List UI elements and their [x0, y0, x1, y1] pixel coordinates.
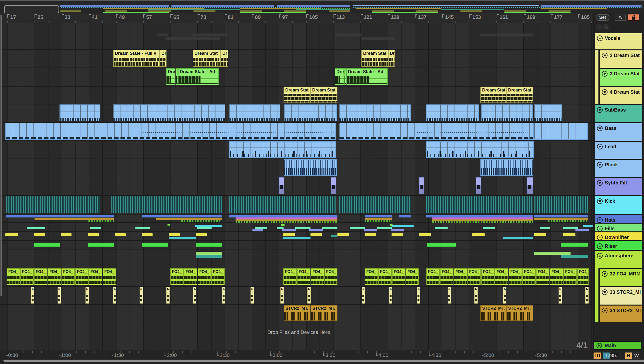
clip-vocals[interactable]: [480, 34, 533, 36]
clip-subbass[interactable]: [339, 104, 411, 121]
clip-fo4[interactable]: FO4_: [454, 268, 467, 285]
clip-fills[interactable]: [295, 227, 310, 229]
clip-fills[interactable]: [167, 224, 170, 226]
clip-fo4[interactable]: FO4_: [7, 268, 20, 285]
track-header-vocals[interactable]: ≡Vocals: [594, 33, 642, 50]
clip-2ds[interactable]: Dream State - Full V: [113, 50, 160, 67]
clip-riser[interactable]: [427, 243, 456, 246]
clip-fills[interactable]: [282, 229, 296, 232]
clip-smh[interactable]: S: [140, 287, 143, 304]
clip-fo4[interactable]: FO4_: [311, 268, 324, 285]
clip-fills[interactable]: [195, 225, 222, 227]
track-header-kick[interactable]: Kick: [594, 196, 642, 214]
clip-sfill[interactable]: [331, 177, 336, 194]
clip-down[interactable]: [88, 233, 99, 236]
height-zoom-button[interactable]: H: [625, 352, 632, 359]
clip-vocals[interactable]: [335, 34, 362, 36]
group-icon[interactable]: ≡: [597, 244, 603, 249]
clip-smh[interactable]: S: [558, 287, 562, 304]
track-header-2ds[interactable]: 2 Dream Stat: [599, 50, 642, 68]
clip-smh[interactable]: S: [58, 287, 61, 304]
clip-vocals[interactable]: [362, 37, 395, 40]
clip-hats[interactable]: [534, 218, 588, 220]
fold-arrow-icon[interactable]: [597, 144, 603, 150]
clip-smh[interactable]: S: [474, 287, 478, 304]
clip-smh[interactable]: S: [503, 287, 506, 304]
clip-hats[interactable]: [236, 221, 338, 222]
fold-arrow-icon[interactable]: [597, 126, 603, 131]
clip-smh[interactable]: S: [86, 287, 89, 304]
clip-bass[interactable]: [339, 123, 534, 140]
clip-vocals[interactable]: [166, 37, 220, 40]
clip-fo4[interactable]: FO4_: [378, 268, 392, 285]
clip-smh[interactable]: S: [417, 287, 420, 304]
track-header-sfill[interactable]: Syhth Fill: [594, 177, 642, 196]
clip-4ds[interactable]: Dream Stat: [283, 86, 310, 103]
clip-smh[interactable]: S: [222, 287, 225, 304]
horizontal-scrollbar[interactable]: [4, 360, 644, 362]
clip-fills[interactable]: [309, 229, 323, 232]
clip-fo4[interactable]: FO4_: [440, 268, 454, 285]
clip-2ds[interactable]: Dream Stat: [193, 50, 221, 67]
group-icon[interactable]: ≡: [597, 217, 603, 223]
clip-down[interactable]: [563, 233, 575, 236]
clip-fills[interactable]: [281, 224, 284, 226]
clip-fills[interactable]: [255, 227, 267, 229]
clip-hats[interactable]: [88, 220, 114, 222]
clip-fo4[interactable]: FO4_: [325, 268, 338, 285]
clip-subbass[interactable]: [534, 104, 562, 121]
track-header-main[interactable]: Main: [593, 341, 641, 350]
clip-down[interactable]: [283, 237, 310, 239]
clip-fo4[interactable]: FO4_: [20, 268, 34, 285]
clip-down[interactable]: [283, 233, 295, 236]
clip-4ds[interactable]: Dream Stat: [480, 86, 506, 103]
clip-kick[interactable]: [339, 196, 411, 213]
clip-2ds[interactable]: Dr: [221, 50, 228, 67]
clip-atmo[interactable]: [561, 256, 588, 258]
clip-atmo[interactable]: [196, 252, 222, 255]
clip-sfill[interactable]: [527, 177, 533, 194]
clip-fo4[interactable]: FO4_: [550, 268, 563, 285]
beat-time-ruler[interactable]: 1725334149576573818997105113121129137145…: [0, 13, 592, 24]
clip-subbass[interactable]: [113, 104, 225, 121]
clip-bass[interactable]: [6, 123, 336, 140]
clip-down[interactable]: [196, 233, 207, 236]
track-lane-2ds[interactable]: [0, 50, 592, 68]
clip-smh[interactable]: S: [307, 287, 311, 304]
clip-fo4[interactable]: FO4_: [509, 268, 522, 285]
track-header-smt[interactable]: 34 STCR2_MT: [599, 305, 642, 322]
clip-fo4[interactable]: FO4_: [34, 268, 48, 285]
clip-fo4[interactable]: FO4_: [89, 268, 102, 285]
clip-fo4[interactable]: FO4_: [184, 268, 197, 285]
clip-down[interactable]: [142, 233, 153, 236]
clip-down[interactable]: [503, 237, 533, 239]
clip-subbass[interactable]: [229, 104, 280, 121]
clip-3ds[interactable]: Dream State - Ad: [346, 68, 388, 85]
clip-subbass[interactable]: [481, 104, 533, 121]
arrangement-area[interactable]: Dream State - Full VDrDream StatDrDream …: [0, 23, 592, 350]
clip-4ds[interactable]: Dream Stat: [310, 86, 338, 103]
clip-fo4[interactable]: FO4_: [75, 268, 89, 285]
track-header-smh[interactable]: 33 STCR2_MH: [599, 287, 642, 305]
clip-fo4[interactable]: FO4_: [211, 268, 225, 285]
time-ruler[interactable]: 0:301:001:302:002:303:003:304:004:305:00…: [0, 350, 644, 360]
clip-2ds[interactable]: Dream Stat: [362, 50, 388, 67]
clip-fo4[interactable]: FO4_: [392, 268, 406, 285]
fold-arrow-icon[interactable]: [602, 271, 607, 277]
clip-smh[interactable]: S: [31, 287, 34, 304]
clip-subbass[interactable]: [284, 104, 337, 121]
clip-down[interactable]: [419, 233, 431, 236]
clip-fills[interactable]: [350, 227, 365, 229]
clip-down[interactable]: [534, 233, 546, 236]
clip-smh[interactable]: S: [448, 287, 451, 304]
clip-3ds[interactable]: [176, 68, 178, 85]
clip-down[interactable]: [6, 233, 18, 236]
clip-2ds[interactable]: Dr: [388, 50, 395, 67]
clip-hats[interactable]: [534, 215, 588, 218]
clip-kick[interactable]: [111, 196, 222, 213]
clip-smh[interactable]: S: [113, 287, 116, 304]
clip-fills[interactable]: [277, 227, 283, 229]
vertical-scrollbar[interactable]: [1, 15, 2, 296]
track-header-subbass[interactable]: SubBass: [594, 104, 642, 123]
clip-smh[interactable]: S: [193, 287, 196, 304]
